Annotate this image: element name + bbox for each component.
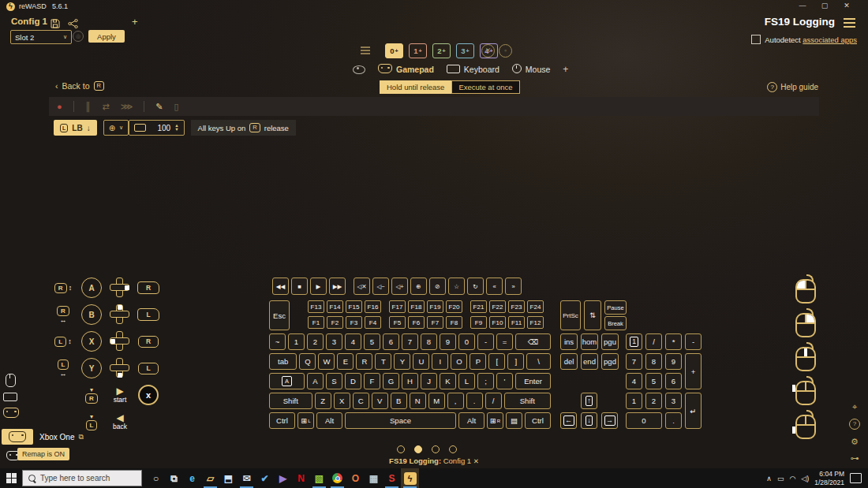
key-w[interactable]: W: [318, 353, 335, 370]
back-link[interactable]: ‹ Back to R: [55, 81, 104, 91]
key-'[interactable]: ': [496, 373, 513, 389]
edit-icon[interactable]: ✎: [155, 102, 163, 112]
apply-button[interactable]: Apply: [88, 30, 125, 43]
key-4[interactable]: 4: [345, 333, 361, 350]
ctrl-right-key[interactable]: Ctrl: [525, 412, 551, 429]
prtsc-key[interactable]: PrtSc: [560, 300, 581, 330]
task-view-icon[interactable]: ⧉: [165, 468, 183, 488]
associated-apps-link[interactable]: associated apps: [803, 35, 857, 44]
key-q[interactable]: Q: [299, 353, 316, 370]
key-m[interactable]: M: [428, 393, 445, 409]
refresh-key[interactable]: ↻: [467, 278, 484, 295]
numpad-3-key[interactable]: 3: [665, 393, 682, 409]
taskbar-clock[interactable]: 6:04 PM 1/28/2021: [814, 470, 844, 486]
taskbar-search[interactable]: Type here to search: [22, 470, 142, 486]
browser-back-key[interactable]: «: [486, 278, 503, 295]
face-button-x[interactable]: X: [77, 328, 106, 355]
key-][interactable]: ]: [507, 353, 524, 370]
execute-at-once-button[interactable]: Execute at once: [451, 80, 519, 94]
key-t[interactable]: T: [375, 353, 391, 370]
volume-up-key[interactable]: ◁+: [391, 278, 408, 295]
capslock-key[interactable]: A: [269, 373, 305, 389]
pgd-key[interactable]: pgd: [601, 353, 619, 370]
lb-trigger-chip[interactable]: L LB ↓: [54, 120, 97, 136]
numpad-1-key[interactable]: 1: [626, 393, 642, 409]
media-play-key[interactable]: ▶: [310, 278, 327, 295]
volume-mute-key[interactable]: ◁✕: [354, 278, 370, 295]
browser-key[interactable]: ⊕: [410, 278, 427, 295]
f17-key[interactable]: F17: [389, 300, 406, 313]
key-.[interactable]: .: [466, 393, 483, 409]
key--[interactable]: -: [477, 333, 494, 350]
f21-key[interactable]: F21: [470, 300, 487, 313]
start-button[interactable]: ▶start: [106, 382, 134, 408]
delete-icon[interactable]: ▯: [174, 102, 179, 112]
del-key[interactable]: del: [560, 353, 578, 370]
key-=[interactable]: =: [496, 333, 513, 350]
key-d[interactable]: D: [345, 373, 361, 389]
key-~[interactable]: ~: [269, 333, 286, 350]
lt-binding[interactable]: L: [134, 355, 163, 382]
key-x[interactable]: X: [334, 393, 350, 409]
arrow-up-key[interactable]: ↑: [581, 393, 597, 409]
page-dot-2[interactable]: [414, 445, 422, 453]
device-mouse-icon[interactable]: [6, 374, 16, 387]
chrome-icon[interactable]: [328, 468, 346, 488]
help-icon[interactable]: ?: [849, 419, 860, 430]
key-a[interactable]: A: [307, 373, 324, 389]
mouse-x2-button[interactable]: [795, 381, 816, 405]
media-prev-key[interactable]: ◀◀: [272, 278, 289, 295]
numpad-9-key[interactable]: 9: [665, 353, 682, 370]
dpad-up-binding[interactable]: [106, 301, 134, 328]
minimize-button[interactable]: —: [794, 2, 811, 12]
l-stick-horizontal[interactable]: L↔: [49, 355, 77, 382]
hom-key[interactable]: hom: [581, 333, 598, 350]
arrow-right-key[interactable]: →: [601, 412, 618, 429]
shift-right-key[interactable]: Shift: [504, 393, 551, 409]
autodetect-checkbox[interactable]: [751, 35, 761, 44]
gamepad-test-icon[interactable]: ⌖: [852, 402, 857, 412]
scroll-lock-key[interactable]: ⇅: [584, 300, 601, 330]
esc-key[interactable]: Esc: [269, 300, 290, 330]
wifi-icon[interactable]: ◠: [789, 475, 795, 482]
pause-key[interactable]: Pause: [604, 300, 627, 315]
key-n[interactable]: N: [410, 393, 426, 409]
lb-binding[interactable]: L: [134, 301, 163, 328]
netflix-icon[interactable]: N: [292, 468, 310, 488]
numpad-plus-key[interactable]: +: [685, 353, 702, 389]
key-tab[interactable]: tab: [269, 353, 297, 370]
numpad-enter-key[interactable]: ↵: [685, 393, 702, 429]
volume-icon[interactable]: ◁): [801, 475, 809, 482]
menu-key[interactable]: ▤: [506, 412, 522, 429]
hold-until-release-button[interactable]: Hold until release: [380, 80, 451, 94]
xbox-guide-button[interactable]: x: [134, 382, 163, 408]
gamepad-off-icon[interactable]: ✕: [481, 44, 495, 58]
face-button-y[interactable]: Y: [77, 355, 106, 382]
key-p[interactable]: P: [470, 353, 486, 370]
device-keyboard-icon[interactable]: [3, 393, 17, 401]
selected-device-tile[interactable]: [2, 429, 33, 445]
cortana-icon[interactable]: ○: [147, 468, 165, 488]
volume-down-key[interactable]: ◁−: [372, 278, 389, 295]
value-spinner[interactable]: ▲▼: [174, 124, 178, 132]
key-7[interactable]: 7: [402, 333, 418, 350]
f20-key[interactable]: F20: [446, 300, 462, 313]
mouse-right-button[interactable]: [795, 313, 816, 337]
key-5[interactable]: 5: [364, 333, 380, 350]
backspace-key[interactable]: ⌫: [515, 333, 551, 350]
numpad-star-key[interactable]: *: [665, 333, 682, 350]
pgu-key[interactable]: pgu: [601, 333, 619, 350]
r-stick-vertical[interactable]: R↕: [49, 274, 77, 301]
rb-binding[interactable]: R: [134, 274, 163, 301]
numpad-minus-key[interactable]: -: [685, 333, 702, 350]
r-stick-press[interactable]: ▾R: [77, 382, 106, 408]
f18-key[interactable]: F18: [408, 300, 425, 313]
f14-key[interactable]: F14: [327, 300, 343, 313]
mouse-x1-button[interactable]: [795, 415, 816, 439]
f10-key[interactable]: F10: [489, 316, 506, 329]
ctrl-left-key[interactable]: Ctrl: [269, 412, 295, 429]
face-button-a[interactable]: A: [77, 274, 106, 301]
key-j[interactable]: J: [421, 373, 437, 389]
key-r[interactable]: R: [356, 353, 372, 370]
add-tab-button[interactable]: +: [563, 64, 568, 75]
